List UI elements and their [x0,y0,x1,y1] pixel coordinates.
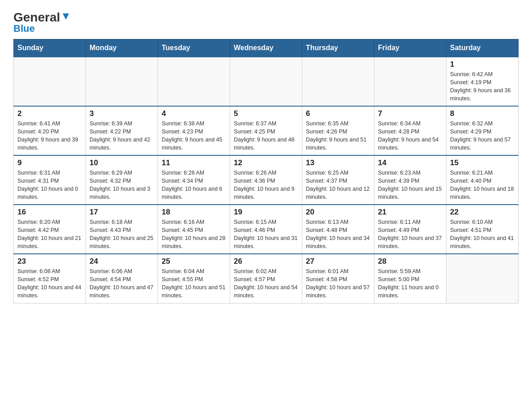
day-number: 20 [306,208,370,217]
calendar-cell [374,57,446,106]
day-info: Sunrise: 6:35 AMSunset: 4:26 PMDaylight:… [306,120,370,152]
day-number: 2 [17,109,82,118]
day-info: Sunrise: 6:23 AMSunset: 4:39 PMDaylight:… [378,169,442,201]
calendar-cell: 20Sunrise: 6:13 AMSunset: 4:48 PMDayligh… [302,205,374,254]
day-number: 27 [306,257,370,266]
calendar-cell: 10Sunrise: 6:29 AMSunset: 4:32 PMDayligh… [86,155,158,205]
calendar-cell: 7Sunrise: 6:34 AMSunset: 4:28 PMDaylight… [374,106,446,155]
day-info: Sunrise: 6:15 AMSunset: 4:46 PMDaylight:… [234,218,298,251]
calendar-cell: 15Sunrise: 6:21 AMSunset: 4:40 PMDayligh… [446,155,519,205]
weekday-header-saturday: Saturday [446,39,519,57]
day-info: Sunrise: 6:10 AMSunset: 4:51 PMDaylight:… [450,218,515,251]
day-info: Sunrise: 6:41 AMSunset: 4:20 PMDaylight:… [17,120,82,152]
day-info: Sunrise: 6:04 AMSunset: 4:55 PMDaylight:… [162,267,226,300]
day-info: Sunrise: 6:42 AMSunset: 4:19 PMDaylight:… [450,70,515,103]
day-number: 3 [90,109,154,118]
day-info: Sunrise: 6:38 AMSunset: 4:23 PMDaylight:… [162,120,226,152]
calendar-cell [14,57,86,106]
day-info: Sunrise: 6:26 AMSunset: 4:36 PMDaylight:… [234,169,298,201]
day-number: 23 [17,257,82,266]
day-number: 28 [378,257,442,266]
day-info: Sunrise: 6:01 AMSunset: 4:58 PMDaylight:… [306,267,370,300]
calendar-cell: 17Sunrise: 6:18 AMSunset: 4:43 PMDayligh… [86,205,158,254]
calendar-cell [158,57,230,106]
calendar-cell: 21Sunrise: 6:11 AMSunset: 4:49 PMDayligh… [374,205,446,254]
logo-blue-text: Blue [13,23,35,34]
calendar-cell: 27Sunrise: 6:01 AMSunset: 4:58 PMDayligh… [302,254,374,303]
day-number: 22 [450,208,515,217]
weekday-header-row: SundayMondayTuesdayWednesdayThursdayFrid… [14,39,519,57]
day-number: 14 [378,158,442,167]
calendar-cell: 23Sunrise: 6:08 AMSunset: 4:52 PMDayligh… [14,254,86,303]
week-row-3: 9Sunrise: 6:31 AMSunset: 4:31 PMDaylight… [14,155,519,205]
calendar-cell: 22Sunrise: 6:10 AMSunset: 4:51 PMDayligh… [446,205,519,254]
calendar-cell: 16Sunrise: 6:20 AMSunset: 4:42 PMDayligh… [14,205,86,254]
week-row-5: 23Sunrise: 6:08 AMSunset: 4:52 PMDayligh… [14,254,519,303]
day-info: Sunrise: 6:28 AMSunset: 4:34 PMDaylight:… [162,169,226,201]
calendar-cell: 3Sunrise: 6:39 AMSunset: 4:22 PMDaylight… [86,106,158,155]
day-number: 5 [234,109,298,118]
calendar-cell: 11Sunrise: 6:28 AMSunset: 4:34 PMDayligh… [158,155,230,205]
day-info: Sunrise: 6:29 AMSunset: 4:32 PMDaylight:… [90,169,154,201]
day-number: 9 [17,158,82,167]
weekday-header-thursday: Thursday [302,39,374,57]
calendar-cell: 9Sunrise: 6:31 AMSunset: 4:31 PMDaylight… [14,155,86,205]
day-info: Sunrise: 6:21 AMSunset: 4:40 PMDaylight:… [450,169,515,201]
day-number: 25 [162,257,226,266]
page-header: General Blue [13,9,519,34]
weekday-header-friday: Friday [374,39,446,57]
week-row-2: 2Sunrise: 6:41 AMSunset: 4:20 PMDaylight… [14,106,519,155]
logo: General Blue [13,11,71,34]
day-info: Sunrise: 6:39 AMSunset: 4:22 PMDaylight:… [90,120,154,152]
day-number: 15 [450,158,515,167]
day-info: Sunrise: 6:02 AMSunset: 4:57 PMDaylight:… [234,267,298,300]
day-number: 16 [17,208,82,217]
calendar-cell: 28Sunrise: 5:59 AMSunset: 5:00 PMDayligh… [374,254,446,303]
day-info: Sunrise: 6:18 AMSunset: 4:43 PMDaylight:… [90,218,154,251]
day-info: Sunrise: 6:25 AMSunset: 4:37 PMDaylight:… [306,169,370,201]
day-number: 7 [378,109,442,118]
day-number: 24 [90,257,154,266]
calendar-cell: 5Sunrise: 6:37 AMSunset: 4:25 PMDaylight… [230,106,302,155]
day-info: Sunrise: 6:11 AMSunset: 4:49 PMDaylight:… [378,218,442,251]
calendar-cell [302,57,374,106]
day-number: 11 [162,158,226,167]
calendar-cell [230,57,302,106]
day-number: 4 [162,109,226,118]
day-info: Sunrise: 6:34 AMSunset: 4:28 PMDaylight:… [378,120,442,152]
day-number: 10 [90,158,154,167]
weekday-header-monday: Monday [86,39,158,57]
day-info: Sunrise: 6:32 AMSunset: 4:29 PMDaylight:… [450,120,515,152]
calendar-cell: 13Sunrise: 6:25 AMSunset: 4:37 PMDayligh… [302,155,374,205]
week-row-1: 1Sunrise: 6:42 AMSunset: 4:19 PMDaylight… [14,57,519,106]
day-number: 18 [162,208,226,217]
day-number: 1 [450,60,515,69]
calendar-cell: 26Sunrise: 6:02 AMSunset: 4:57 PMDayligh… [230,254,302,303]
day-info: Sunrise: 5:59 AMSunset: 5:00 PMDaylight:… [378,267,442,300]
calendar-cell [446,254,519,303]
day-info: Sunrise: 6:20 AMSunset: 4:42 PMDaylight:… [17,218,82,251]
logo-general-text: General [13,11,60,24]
day-info: Sunrise: 6:31 AMSunset: 4:31 PMDaylight:… [17,169,82,201]
day-number: 8 [450,109,515,118]
day-info: Sunrise: 6:08 AMSunset: 4:52 PMDaylight:… [17,267,82,300]
calendar-table: SundayMondayTuesdayWednesdayThursdayFrid… [13,39,519,304]
weekday-header-sunday: Sunday [14,39,86,57]
calendar-cell: 18Sunrise: 6:16 AMSunset: 4:45 PMDayligh… [158,205,230,254]
calendar-cell [86,57,158,106]
day-number: 12 [234,158,298,167]
logo-arrow-icon [61,12,71,21]
day-info: Sunrise: 6:06 AMSunset: 4:54 PMDaylight:… [90,267,154,300]
calendar-cell: 19Sunrise: 6:15 AMSunset: 4:46 PMDayligh… [230,205,302,254]
day-info: Sunrise: 6:13 AMSunset: 4:48 PMDaylight:… [306,218,370,251]
calendar-cell: 1Sunrise: 6:42 AMSunset: 4:19 PMDaylight… [446,57,519,106]
calendar-cell: 8Sunrise: 6:32 AMSunset: 4:29 PMDaylight… [446,106,519,155]
calendar-cell: 6Sunrise: 6:35 AMSunset: 4:26 PMDaylight… [302,106,374,155]
day-number: 26 [234,257,298,266]
day-number: 21 [378,208,442,217]
day-number: 17 [90,208,154,217]
calendar-cell: 24Sunrise: 6:06 AMSunset: 4:54 PMDayligh… [86,254,158,303]
day-info: Sunrise: 6:37 AMSunset: 4:25 PMDaylight:… [234,120,298,152]
svg-marker-0 [63,13,69,20]
weekday-header-tuesday: Tuesday [158,39,230,57]
